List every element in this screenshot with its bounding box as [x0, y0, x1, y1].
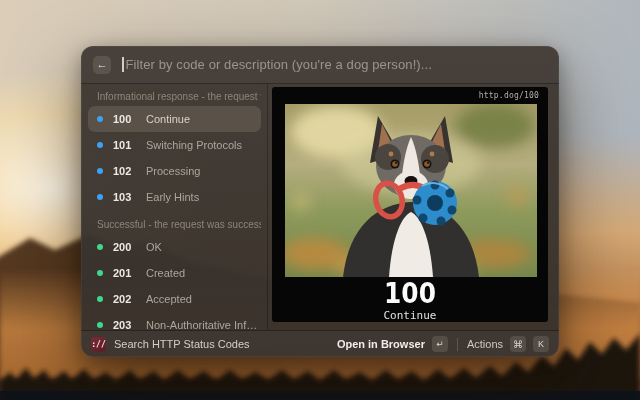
status-code: 100 — [113, 113, 138, 125]
k-key-icon: K — [533, 336, 549, 352]
list-item-202[interactable]: 202Accepted — [88, 286, 261, 312]
command-key-icon: ⌘ — [510, 336, 526, 352]
status-code: 202 — [113, 293, 138, 305]
extension-icon: :// — [91, 337, 106, 352]
status-label: OK — [146, 241, 162, 253]
status-dot — [97, 296, 103, 302]
status-label: Continue — [146, 113, 190, 125]
list-item-203[interactable]: 203Non-Authoritative Informa... — [88, 312, 261, 330]
raycast-window: ← Filter by code or description (you're … — [81, 46, 559, 357]
search-bar: ← Filter by code or description (you're … — [81, 46, 559, 84]
action-bar: :// Search HTTP Status Codes Open in Bro… — [81, 330, 559, 357]
detail-panel: http.dog/100 — [272, 87, 548, 322]
list-item-102[interactable]: 102Processing — [88, 158, 261, 184]
extension-name: Search HTTP Status Codes — [114, 338, 250, 350]
status-code: 102 — [113, 165, 138, 177]
status-label: Accepted — [146, 293, 192, 305]
status-dot — [97, 322, 103, 328]
footer-divider — [457, 338, 458, 351]
section-header: Successful - the request was successf... — [88, 216, 261, 234]
status-code: 103 — [113, 191, 138, 203]
list-item-201[interactable]: 201Created — [88, 260, 261, 286]
open-in-browser-button[interactable]: Open in Browser ↵ — [337, 336, 448, 352]
status-label: Non-Authoritative Informa... — [146, 319, 261, 330]
actions-label: Actions — [467, 338, 503, 350]
status-dot — [97, 244, 103, 250]
back-arrow-icon: ← — [97, 59, 108, 70]
status-code-list: Informational response - the request w..… — [81, 84, 268, 330]
back-button[interactable]: ← — [93, 56, 111, 74]
status-label: Created — [146, 267, 185, 279]
dog-photo — [285, 104, 537, 277]
status-label: Switching Protocols — [146, 139, 242, 151]
status-dot — [97, 194, 103, 200]
status-code: 201 — [113, 267, 138, 279]
open-in-browser-label: Open in Browser — [337, 338, 425, 350]
search-input[interactable]: Filter by code or description (you're a … — [126, 57, 432, 72]
actions-button[interactable]: Actions ⌘ K — [467, 336, 549, 352]
status-dot — [97, 116, 103, 122]
list-item-100[interactable]: 100Continue — [88, 106, 261, 132]
image-source-label: http.dog/100 — [479, 91, 539, 100]
status-dot — [97, 270, 103, 276]
status-dot — [97, 142, 103, 148]
status-code: 101 — [113, 139, 138, 151]
status-dot — [97, 168, 103, 174]
status-code: 200 — [113, 241, 138, 253]
return-key-icon: ↵ — [432, 336, 448, 352]
list-item-200[interactable]: 200OK — [88, 234, 261, 260]
list-item-103[interactable]: 103Early Hints — [88, 184, 261, 210]
section-header: Informational response - the request w..… — [88, 88, 261, 106]
status-text-large: Continue — [272, 309, 548, 322]
status-label: Early Hints — [146, 191, 199, 203]
desktop: ← Filter by code or description (you're … — [0, 0, 640, 400]
status-code: 203 — [113, 319, 138, 330]
text-caret — [122, 57, 124, 72]
status-label: Processing — [146, 165, 200, 177]
list-item-101[interactable]: 101Switching Protocols — [88, 132, 261, 158]
status-code-large: 100 — [283, 278, 537, 307]
